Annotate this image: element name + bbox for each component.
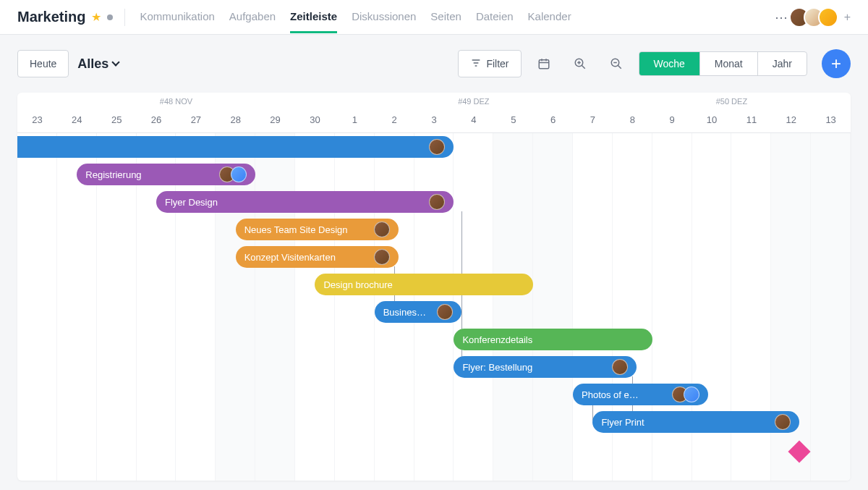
add-task-button[interactable]: + <box>822 49 851 78</box>
task-label: Busines… <box>383 307 438 318</box>
tab-aufgaben[interactable]: Aufgaben <box>229 1 276 33</box>
day-label: 10 <box>692 110 732 132</box>
zoom-level-group: WocheMonatJahr <box>639 51 807 76</box>
gantt-body[interactable]: RegistrierungFlyer DesignNeues Team Site… <box>17 133 851 481</box>
task-assignees <box>378 221 390 237</box>
day-label: 23 <box>17 110 57 132</box>
gantt-task-bar[interactable]: Busines… <box>375 301 462 323</box>
task-label: Flyer Print <box>601 417 774 428</box>
gantt-task-bar[interactable]: Flyer Design <box>156 191 454 213</box>
task-assignees <box>441 304 453 320</box>
gantt-chart: #48 NOV#49 DEZ#50 DEZ 232425262728293012… <box>17 93 851 481</box>
day-label: 29 <box>255 110 295 132</box>
filter-label: Filter <box>486 58 509 69</box>
tab-kommunikation[interactable]: Kommunikation <box>140 1 214 33</box>
task-assignees <box>433 194 445 210</box>
day-header-row: 232425262728293012345678910111213 <box>17 110 851 133</box>
week-header-row: #48 NOV#49 DEZ#50 DEZ <box>17 93 851 110</box>
gantt-task-bar[interactable]: Photos of e… <box>573 384 708 405</box>
scope-label: Alles <box>77 56 109 72</box>
svg-rect-3 <box>539 60 549 69</box>
day-label: 27 <box>176 110 216 132</box>
task-assignees <box>378 249 390 265</box>
day-label: 8 <box>613 110 652 132</box>
day-label: 25 <box>97 110 137 132</box>
zoom-jahr[interactable]: Jahr <box>757 52 807 75</box>
day-label: 3 <box>414 110 454 132</box>
tab-zeitleiste[interactable]: Zeitleiste <box>290 1 337 33</box>
gantt-task-bar[interactable]: Konferenzdetails <box>454 329 652 350</box>
avatar[interactable] <box>818 7 838 28</box>
day-label: 4 <box>454 110 493 132</box>
tab-diskussionen[interactable]: Diskussionen <box>352 1 416 33</box>
day-label: 6 <box>533 110 573 132</box>
day-label: 5 <box>493 110 533 132</box>
timeline-toolbar: Heute Alles Filter WocheMonatJahr + <box>0 35 868 93</box>
assignee-avatar[interactable] <box>612 359 628 375</box>
milestone-marker[interactable] <box>788 441 810 463</box>
svg-line-12 <box>618 65 621 69</box>
svg-line-8 <box>582 65 585 69</box>
filter-icon <box>470 57 482 71</box>
day-label: 2 <box>375 110 414 132</box>
task-label: Neues Team Site Design <box>244 224 374 235</box>
gantt-task-bar[interactable]: Design brochure <box>315 274 533 295</box>
assignee-avatar[interactable] <box>374 221 390 237</box>
status-dot-icon[interactable] <box>107 14 113 20</box>
filter-button[interactable]: Filter <box>458 50 521 77</box>
task-assignees <box>779 414 791 430</box>
gantt-task-bar[interactable]: Flyer: Bestellung <box>454 356 636 378</box>
tab-kalender[interactable]: Kalender <box>528 1 571 33</box>
assignee-avatar[interactable] <box>231 166 247 182</box>
gantt-task-bar[interactable]: Flyer Print <box>592 411 799 433</box>
gantt-task-bar[interactable]: Konzept Visitenkarten <box>236 246 399 268</box>
zoom-out-icon[interactable] <box>603 50 630 77</box>
tab-seiten[interactable]: Seiten <box>430 1 461 33</box>
scope-dropdown[interactable]: Alles <box>77 56 119 72</box>
assignee-avatar[interactable] <box>437 304 453 320</box>
member-avatars[interactable] <box>795 7 838 28</box>
chevron-down-icon <box>112 58 120 66</box>
tab-dateien[interactable]: Dateien <box>476 1 514 33</box>
zoom-woche[interactable]: Woche <box>639 52 699 75</box>
day-label: 30 <box>295 110 335 132</box>
assignee-avatar[interactable] <box>684 386 699 402</box>
task-label: Konferenzdetails <box>462 334 643 345</box>
task-label: Design brochure <box>323 279 524 290</box>
task-assignees <box>224 166 247 182</box>
star-icon[interactable]: ★ <box>91 10 101 24</box>
task-label: Flyer: Bestellung <box>462 362 611 373</box>
day-label: 26 <box>137 110 176 132</box>
week-label: #50 DEZ <box>613 93 851 110</box>
project-title: Marketing <box>17 9 85 25</box>
task-label: Konzept Visitenkarten <box>244 252 374 263</box>
week-label: #48 NOV <box>17 93 335 110</box>
day-label: 13 <box>811 110 851 132</box>
task-label: Flyer Design <box>165 197 429 208</box>
divider <box>124 9 125 26</box>
assignee-avatar[interactable] <box>775 414 791 430</box>
assignee-avatar[interactable] <box>374 249 390 265</box>
header-tabs: KommunikationAufgabenZeitleisteDiskussio… <box>140 1 767 33</box>
gantt-bars: RegistrierungFlyer DesignNeues Team Site… <box>17 133 851 481</box>
app-header: Marketing ★ KommunikationAufgabenZeitlei… <box>0 0 868 35</box>
day-label: 7 <box>573 110 613 132</box>
task-label: Photos of e… <box>582 389 672 400</box>
zoom-monat[interactable]: Monat <box>699 52 757 75</box>
gantt-task-bar[interactable]: Neues Team Site Design <box>236 219 399 240</box>
task-assignees <box>676 386 699 402</box>
calendar-icon[interactable] <box>530 50 558 77</box>
task-label: Registrierung <box>85 169 219 180</box>
gantt-task-bar[interactable]: Registrierung <box>77 164 255 185</box>
day-label: 11 <box>731 110 771 132</box>
day-label: 24 <box>57 110 97 132</box>
zoom-in-icon[interactable] <box>566 50 594 77</box>
assignee-avatar[interactable] <box>429 139 445 155</box>
add-user-button[interactable]: + <box>844 11 851 24</box>
assignee-avatar[interactable] <box>429 194 445 210</box>
task-assignees <box>433 139 445 155</box>
day-label: 1 <box>335 110 375 132</box>
today-button[interactable]: Heute <box>17 50 69 77</box>
day-label: 12 <box>771 110 811 132</box>
gantt-task-bar[interactable] <box>17 136 454 158</box>
